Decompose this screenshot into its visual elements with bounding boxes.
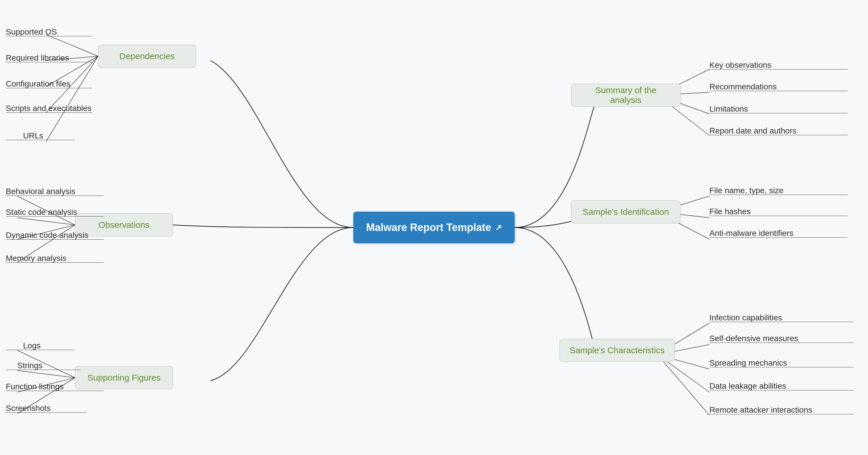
center-label: Malware Report Template [366,221,491,234]
center-node[interactable]: Malware Report Template ↗ [353,212,515,243]
branch-identification[interactable]: Sample's Identification [571,201,681,223]
leaf-spreading: Spreading mechanics [709,358,787,368]
leaf-infection: Infection capabilities [709,313,782,322]
leaf-strings: Strings [17,361,42,370]
leaf-file-hashes: File hashes [709,207,751,216]
leaf-limitations: Limitations [709,104,748,114]
leaf-required-libs: Required libraries [6,53,69,63]
summary-label: Summary of the analysis [579,85,672,105]
characteristics-label: Sample's Characteristics [569,345,664,355]
leaf-memory-analysis: Memory analysis [6,254,66,263]
leaf-urls: URLs [23,131,43,141]
external-link-icon: ↗ [495,223,502,233]
mindmap-container: Malware Report Template ↗ Dependencies S… [0,0,868,455]
leaf-report-date: Report date and authors [709,126,797,135]
leaf-static-code: Static code analysis [6,208,77,217]
svg-line-4 [46,56,98,141]
svg-line-10 [17,370,75,378]
leaf-file-name: File name, type, size [709,186,783,195]
leaf-logs: Logs [23,341,41,350]
leaf-config-files: Configuration files [6,79,70,89]
dependencies-label: Dependencies [119,51,175,61]
branch-characteristics[interactable]: Sample's Characteristics [559,339,675,362]
leaf-self-defensive: Self-defensive measures [709,334,798,343]
leaf-dynamic-code: Dynamic code analysis [6,231,88,240]
branch-observations[interactable]: Observations [75,213,173,237]
leaf-recommendations: Recommendations [709,82,777,91]
leaf-data-leakage: Data leakage abilities [709,382,786,391]
branch-supporting[interactable]: Supporting Figures [75,366,173,389]
supporting-label: Supporting Figures [87,373,160,383]
leaf-remote-attacker: Remote attacker interactions [709,405,812,415]
leaf-scripts-exec: Scripts and executables [6,104,91,113]
identification-label: Sample's Identification [583,207,669,217]
leaf-behavioral: Behavioral analysis [6,187,75,196]
svg-line-24 [657,355,709,415]
leaf-function-listings: Function listings [6,382,64,391]
leaf-supported-os: Supported OS [6,27,57,37]
svg-line-6 [17,218,75,225]
branch-summary[interactable]: Summary of the analysis [571,84,681,107]
observations-label: Observations [99,220,150,230]
branch-dependencies[interactable]: Dependencies [98,45,196,68]
leaf-antimalware: Anti-malware identifiers [709,229,793,238]
leaf-key-obs: Key observations [709,61,771,70]
leaf-screenshots: Screenshots [6,404,51,413]
svg-line-0 [46,35,98,56]
